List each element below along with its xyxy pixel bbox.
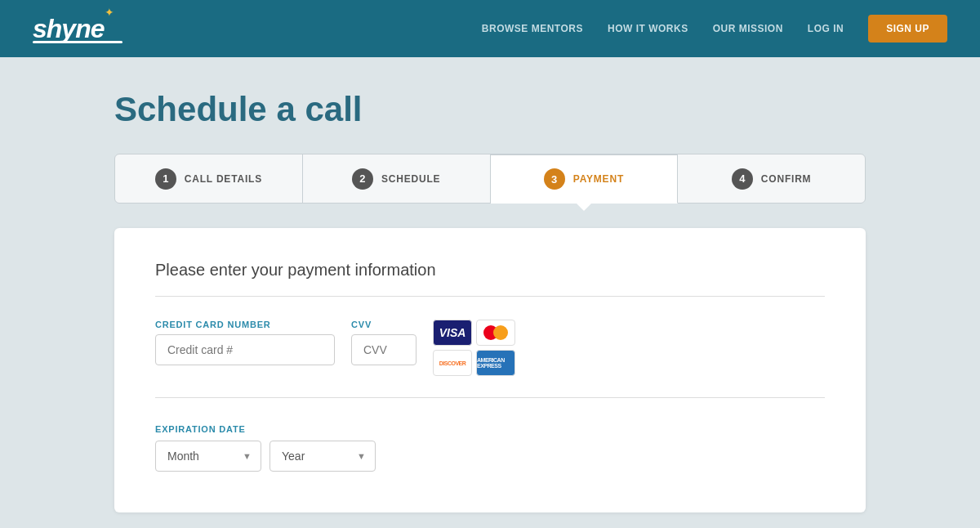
discover-icon: DISCOVER [433, 350, 472, 376]
nav-login[interactable]: LOG IN [808, 23, 844, 34]
logo[interactable]: shyne ✦ [33, 14, 122, 43]
cvv-field-group: CVV [351, 320, 416, 365]
step-4-number: 4 [732, 168, 753, 190]
step-1-number: 1 [155, 168, 176, 190]
cc-input[interactable] [155, 334, 335, 365]
exp-label: EXPIRATION DATE [155, 424, 246, 434]
cvv-input[interactable] [351, 334, 416, 365]
year-select-wrapper: Year 2024 2025 2026 2027 2028 2029 2030 [270, 441, 376, 472]
step-1[interactable]: 1 CALL DETAILS [115, 154, 303, 203]
month-select-wrapper: Month January February March April May J… [155, 441, 261, 472]
form-title: Please enter your payment information [155, 261, 825, 280]
step-1-label: CALL DETAILS [185, 173, 262, 185]
step-2[interactable]: 2 SCHEDULE [303, 154, 491, 203]
step-4-label: CONFIRM [761, 173, 812, 185]
logo-text: shyne [33, 14, 104, 44]
payment-card: Please enter your payment information CR… [114, 228, 866, 512]
step-2-label: SCHEDULE [381, 173, 440, 185]
cvv-label: CVV [351, 320, 416, 329]
step-3-number: 3 [544, 168, 565, 190]
cc-label: CREDIT CARD NUMBER [155, 320, 335, 329]
nav-signup[interactable]: SIGN UP [868, 15, 947, 43]
step-3-label: PAYMENT [573, 173, 624, 185]
step-3[interactable]: 3 PAYMENT [491, 154, 679, 204]
nav-browse[interactable]: BROWSE MENTORS [482, 23, 583, 34]
nav-mission[interactable]: OUR MISSION [713, 23, 783, 34]
visa-icon: VISA [433, 320, 472, 346]
mastercard-icon [476, 320, 515, 346]
expiration-section: EXPIRATION DATE Month January February M… [155, 421, 825, 472]
nav-how-it-works[interactable]: HOW IT WORKS [608, 23, 688, 34]
step-2-number: 2 [352, 168, 373, 190]
cc-cvv-row: CREDIT CARD NUMBER CVV VISA DISCOVER AME… [155, 320, 825, 378]
divider-mid [155, 397, 825, 398]
card-icons: VISA DISCOVER AMERICAN EXPRESS [433, 320, 515, 376]
exp-selects: Month January February March April May J… [155, 441, 825, 472]
logo-star-icon: ✦ [105, 6, 114, 19]
month-select[interactable]: Month January February March April May J… [155, 441, 261, 472]
year-select[interactable]: Year 2024 2025 2026 2027 2028 2029 2030 [270, 441, 376, 472]
steps-bar: 1 CALL DETAILS 2 SCHEDULE 3 PAYMENT 4 CO… [114, 154, 866, 204]
main-nav: BROWSE MENTORS HOW IT WORKS OUR MISSION … [122, 15, 947, 43]
divider-top [155, 296, 825, 297]
step-4[interactable]: 4 CONFIRM [678, 154, 865, 203]
page-title: Schedule a call [114, 90, 866, 129]
cc-field-group: CREDIT CARD NUMBER [155, 320, 335, 365]
amex-icon: AMERICAN EXPRESS [476, 350, 515, 376]
